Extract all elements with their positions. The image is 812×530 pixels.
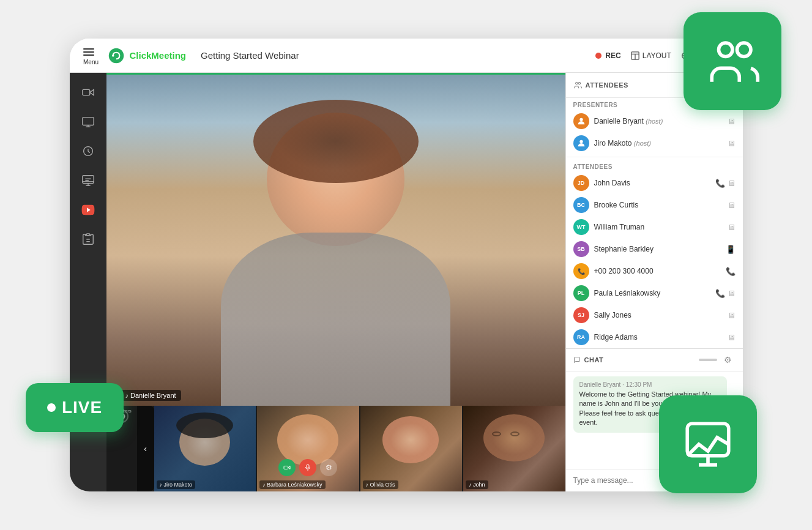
attendees-header-icon [573, 81, 582, 89]
attendee-icons-phone: 📞 [726, 267, 736, 276]
live-badge: LIVE [26, 383, 124, 432]
svg-point-26 [575, 82, 578, 84]
svg-point-1 [737, 43, 751, 57]
video-green-border [106, 73, 565, 75]
camera-toggle-btn[interactable] [278, 459, 296, 476]
thumbnail-barbara: ⚙ ♪ Barbara Leśniakowsky [257, 406, 359, 491]
thumb-controls-barbara: ⚙ [278, 459, 337, 476]
desktop-icon: 🖥 [728, 117, 736, 126]
mic-toggle-btn[interactable] [299, 459, 316, 476]
settings-toggle-btn[interactable]: ⚙ [320, 459, 337, 476]
chat-icon [573, 356, 581, 364]
menu-button[interactable]: Menu [80, 46, 103, 65]
thumb-name-barbara: ♪ Barbara Leśniakowsky [259, 480, 326, 489]
sidebar-youtube-icon[interactable] [76, 198, 100, 222]
sidebar-screen-icon[interactable] [76, 110, 100, 134]
thumb-name-john: ♪ John [466, 480, 488, 489]
presenter-row-danielle[interactable]: Danielle Bryant (host) 🖥 [566, 110, 743, 132]
avatar-jiro [573, 135, 589, 151]
svg-point-29 [579, 140, 583, 143]
video-hair [253, 100, 419, 183]
main-video-background [106, 73, 565, 406]
attendee-row-brooke-curtis[interactable]: BC Brooke Curtis 🖥 [566, 194, 743, 216]
attendee-row-stephanie-barkley[interactable]: SB Stephanie Barkley 📱 [566, 238, 743, 260]
analytics-badge [659, 395, 757, 493]
avatar-ridge-adams: RA [573, 329, 589, 345]
thumbnail-jiro: ♪ Jiro Makoto [154, 406, 256, 491]
attendee-name-phone: +00 200 300 4000 [594, 267, 721, 275]
webinar-title: Getting Started Webinar [201, 50, 299, 61]
attendee-name-william-truman: William Truman [594, 223, 723, 231]
thumbnail-olivia: ♪ Olivia Otis [360, 406, 463, 491]
clickmeeting-logo-icon [108, 47, 125, 64]
svg-rect-16 [82, 176, 93, 184]
tablet-frame: Menu ClickMeeting Getting Started Webina… [70, 39, 743, 491]
attendee-name-ridge-adams: Ridge Adams [594, 333, 723, 342]
attendee-icons-paula: 📞🖥 [715, 289, 736, 298]
sidebar-pen-icon[interactable] [76, 139, 100, 163]
logo-text: ClickMeeting [130, 50, 187, 61]
attendee-name-john-davis: John Davis [594, 179, 710, 187]
avatar-stephanie-barkley: SB [573, 241, 589, 257]
attendee-name-stephanie-barkley: Stephanie Barkley [594, 245, 721, 253]
avatar-phone: 📞 [573, 263, 589, 279]
live-dot [47, 403, 56, 412]
rec-button[interactable]: REC [595, 51, 620, 60]
presenter-name-danielle: Danielle Bryant (host) [594, 117, 723, 125]
presenter-name-jiro: Jiro Makoto (host) [594, 139, 723, 147]
chat-settings-icon[interactable]: ⚙ [721, 353, 736, 367]
attendee-icons-william-truman: 🖥 [728, 223, 736, 232]
presenter-icons-danielle: 🖥 [728, 117, 736, 126]
attendees-icon [705, 34, 760, 89]
main-video: 🎤 ♪ Danielle Bryant [106, 73, 565, 406]
sidebar-clipboard-icon[interactable] [76, 227, 100, 252]
svg-rect-24 [284, 466, 288, 469]
avatar-danielle [573, 113, 589, 129]
attendee-row-william-truman[interactable]: WT William Truman 🖥 [566, 216, 743, 238]
layout-button[interactable]: LAYOUT [631, 51, 671, 60]
main-content: 🎤 ♪ Danielle Bryant Presenters only ⏻ ‹ [70, 73, 743, 491]
avatar-paula: PL [573, 285, 589, 301]
avatar-sally-jones: SJ [573, 307, 589, 323]
avatar-john-davis: JD [573, 175, 589, 191]
thumbnail-strip: Presenters only ⏻ ‹ ♪ Jiro Makoto [106, 406, 565, 491]
analytics-icon [680, 417, 736, 472]
attendee-row-john-davis[interactable]: JD John Davis 📞🖥 [566, 172, 743, 194]
attendee-icons-brooke-curtis: 🖥 [728, 201, 736, 210]
thumbnail-john: ♪ John [463, 406, 565, 491]
attendee-row-sally-jones[interactable]: SJ Sally Jones 🖥 [566, 304, 743, 326]
svg-point-6 [112, 54, 114, 57]
live-text: LIVE [62, 398, 102, 417]
svg-rect-12 [82, 118, 93, 125]
attendee-row-paula[interactable]: PL Paula Leśniakowsky 📞🖥 [566, 282, 743, 304]
attendee-icons-john-davis: 📞🖥 [715, 179, 736, 188]
svg-point-28 [579, 118, 583, 121]
attendee-icons-ridge-adams: 🖥 [728, 333, 736, 342]
attendee-name-brooke-curtis: Brooke Curtis [594, 201, 723, 209]
svg-point-5 [108, 48, 124, 63]
chat-meta-danielle: Danielle Bryant · 12:30 PM [579, 381, 721, 388]
attendees-label: ATTENDEES [586, 81, 628, 89]
main-presenter-name: ♪ Danielle Bryant [125, 392, 176, 399]
attendee-row-ridge-adams[interactable]: RA Ridge Adams 🖥 [566, 326, 743, 348]
desktop-icon-jiro: 🖥 [728, 139, 736, 148]
avatar-william-truman: WT [573, 219, 589, 235]
attendee-name-paula: Paula Leśniakowsky [594, 289, 710, 297]
chat-scrollbar-indicator [699, 359, 717, 361]
thumbnail-list: ♪ Jiro Makoto [154, 406, 565, 491]
presenter-icons-jiro: 🖥 [728, 139, 736, 148]
sidebar-desktop-icon[interactable] [76, 168, 100, 193]
svg-point-0 [719, 43, 733, 57]
sidebar-video-icon[interactable] [76, 80, 100, 105]
svg-point-27 [578, 82, 581, 84]
prev-arrow[interactable]: ‹ [137, 406, 154, 491]
layout-icon [631, 51, 639, 60]
video-area: 🎤 ♪ Danielle Bryant Presenters only ⏻ ‹ [106, 73, 565, 491]
top-bar: Menu ClickMeeting Getting Started Webina… [70, 39, 743, 73]
presenter-row-jiro[interactable]: Jiro Makoto (host) 🖥 [566, 132, 743, 154]
attendee-row-phone[interactable]: 📞 +00 200 300 4000 📞 [566, 260, 743, 282]
thumb-name-olivia: ♪ Olivia Otis [363, 480, 398, 489]
svg-rect-11 [82, 89, 89, 95]
attendee-icons-sally-jones: 🖥 [728, 311, 736, 320]
attendee-name-sally-jones: Sally Jones [594, 311, 723, 319]
